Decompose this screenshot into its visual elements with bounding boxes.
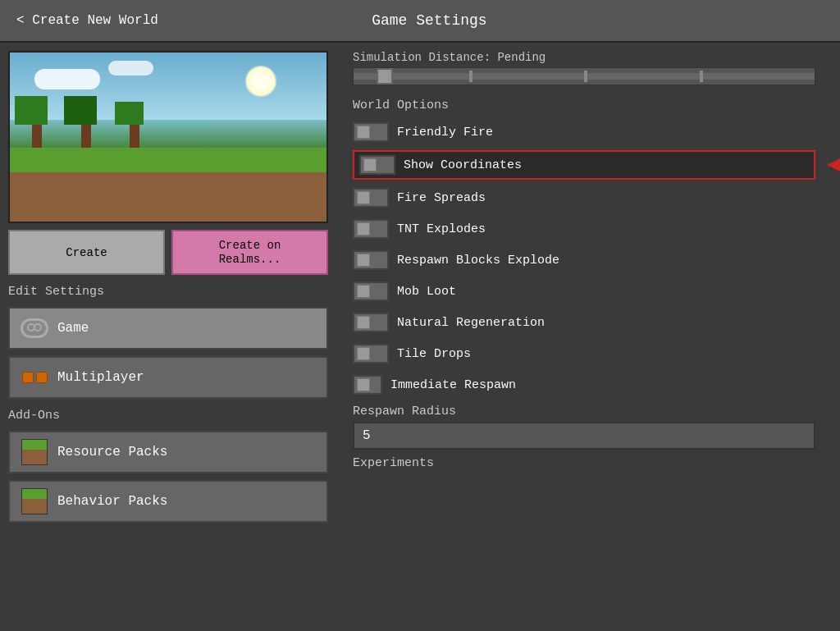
show-coordinates-label: Show Coordinates <box>404 158 522 172</box>
sidebar-item-multiplayer[interactable]: Multiplayer <box>8 356 328 399</box>
main-layout: Create Create on Realms... Edit Settings… <box>0 43 840 631</box>
dirt-layer <box>10 172 326 222</box>
create-button[interactable]: Create <box>8 230 165 275</box>
toggle-row-mob-loot: Mob Loot <box>353 278 815 304</box>
tree-trunk3 <box>130 125 139 149</box>
sun <box>244 65 277 98</box>
immediate-respawn-label: Immediate Respawn <box>390 378 516 392</box>
simulation-distance-label: Simulation Distance: Pending <box>353 51 815 64</box>
tree-trunk2 <box>81 125 91 149</box>
svg-marker-1 <box>828 158 840 171</box>
respawn-blocks-explode-label: Respawn Blocks Explode <box>397 254 559 267</box>
toggle-knob <box>357 222 370 235</box>
page-title: Game Settings <box>372 12 486 29</box>
toggle-knob <box>357 126 370 139</box>
multiplayer-icon-container <box>20 363 49 392</box>
grass-icon-behavior <box>21 488 48 514</box>
world-options-label: World Options <box>353 98 815 112</box>
slider-notch3 <box>700 71 703 82</box>
tree-leaves3 <box>115 102 144 125</box>
behavior-packs-label: Behavior Packs <box>57 494 167 509</box>
tree1 <box>26 104 48 149</box>
toggle-knob <box>357 254 370 267</box>
behavior-packs-icon <box>20 487 49 516</box>
controller-icon <box>21 318 48 338</box>
mp-face1 <box>22 372 34 383</box>
toggle-row-tnt-explodes: TNT Explodes <box>353 216 815 242</box>
realms-label: Create on Realms... <box>219 239 281 267</box>
tile-drops-toggle[interactable] <box>353 344 389 364</box>
multiplayer-label: Multiplayer <box>57 370 144 385</box>
toggle-knob <box>357 191 370 204</box>
experiments-label: Experiments <box>353 456 815 470</box>
tnt-explodes-toggle[interactable] <box>353 219 389 239</box>
highlight-arrow <box>819 153 840 177</box>
toggle-knob <box>357 285 370 298</box>
toggle-knob <box>357 378 370 391</box>
show-coordinates-wrapper: Show Coordinates <box>353 150 815 180</box>
right-panel: Simulation Distance: Pending World Optio… <box>336 43 840 631</box>
toggle-row-natural-regen: Natural Regeneration <box>353 309 815 336</box>
tree3 <box>125 110 144 149</box>
mp-face2 <box>36 372 48 383</box>
toggle-knob <box>357 316 370 329</box>
show-coordinates-toggle[interactable] <box>359 155 395 175</box>
game-icon <box>20 313 49 343</box>
respawn-radius-input[interactable]: 5 <box>353 422 815 450</box>
natural-regen-label: Natural Regeneration <box>397 316 545 330</box>
slider-thumb[interactable] <box>377 68 393 85</box>
scroll-area[interactable]: Simulation Distance: Pending World Optio… <box>336 43 840 631</box>
respawn-radius-label: Respawn Radius <box>353 405 815 418</box>
immediate-respawn-toggle[interactable] <box>353 375 382 395</box>
toggle-row-respawn-blocks-explode: Respawn Blocks Explode <box>353 247 815 273</box>
slider-notch2 <box>584 71 587 82</box>
fire-spreads-toggle[interactable] <box>353 188 389 208</box>
header: < Create New World Game Settings <box>0 0 840 43</box>
tile-drops-label: Tile Drops <box>397 347 471 361</box>
create-on-realms-button[interactable]: Create on Realms... <box>171 230 328 275</box>
back-button[interactable]: < Create New World <box>16 13 158 28</box>
terrain <box>10 112 326 222</box>
toggle-knob <box>357 347 370 360</box>
simulation-distance-slider[interactable] <box>353 67 815 85</box>
edit-settings-label: Edit Settings <box>8 281 328 300</box>
toggle-row-show-coordinates: Show Coordinates <box>353 150 815 180</box>
resource-packs-icon <box>20 437 49 467</box>
cloud1 <box>34 69 100 89</box>
sidebar-item-resource-packs[interactable]: Resource Packs <box>8 431 328 473</box>
action-buttons: Create Create on Realms... <box>8 230 328 275</box>
cloud2 <box>108 61 153 75</box>
slider-notch1 <box>469 71 472 82</box>
toggle-knob <box>363 158 377 171</box>
game-label: Game <box>57 321 89 336</box>
tnt-explodes-label: TNT Explodes <box>397 222 486 236</box>
toggle-row-friendly-fire: Friendly Fire <box>353 119 815 145</box>
sidebar-item-game[interactable]: Game <box>8 307 328 350</box>
resource-packs-label: Resource Packs <box>57 445 167 460</box>
natural-regen-toggle[interactable] <box>353 313 389 332</box>
slider-track <box>354 73 815 80</box>
world-preview <box>8 51 328 223</box>
friendly-fire-toggle[interactable] <box>353 122 389 142</box>
tree-trunk <box>32 125 42 149</box>
toggle-row-fire-spreads: Fire Spreads <box>353 185 815 211</box>
tree2 <box>75 104 97 149</box>
tree-leaves2 <box>64 96 97 125</box>
respawn-blocks-explode-toggle[interactable] <box>353 250 389 270</box>
friendly-fire-label: Friendly Fire <box>397 126 493 139</box>
toggle-row-immediate-respawn: Immediate Respawn <box>353 372 815 398</box>
grass-layer <box>10 148 326 172</box>
grass-icon-resource <box>21 439 48 465</box>
toggle-row-tile-drops: Tile Drops <box>353 341 815 367</box>
respawn-radius-value: 5 <box>363 428 371 443</box>
left-panel: Create Create on Realms... Edit Settings… <box>0 43 336 631</box>
addons-label: Add-Ons <box>8 405 328 424</box>
mob-loot-toggle[interactable] <box>353 281 389 301</box>
fire-spreads-label: Fire Spreads <box>397 191 486 205</box>
multiplayer-icon <box>22 372 48 383</box>
mob-loot-label: Mob Loot <box>397 285 456 299</box>
sidebar-item-behavior-packs[interactable]: Behavior Packs <box>8 480 328 523</box>
tree-leaves <box>15 96 48 125</box>
